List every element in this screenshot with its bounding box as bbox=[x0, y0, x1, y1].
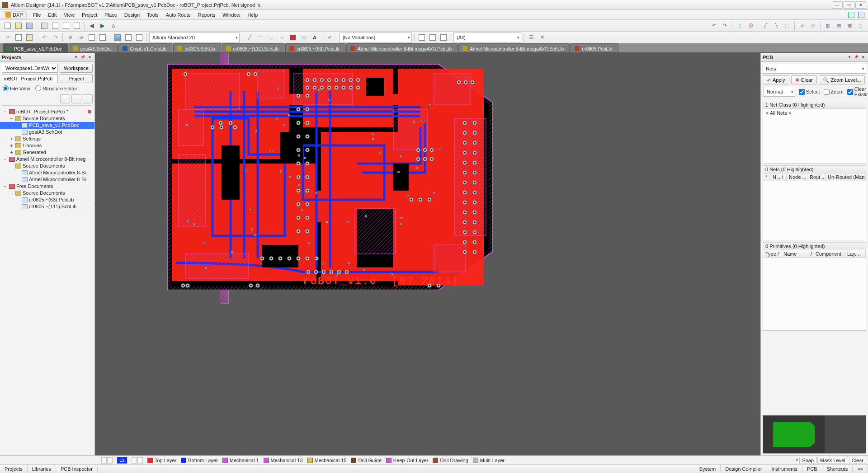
clear-pill[interactable]: Clear bbox=[849, 457, 866, 464]
tool-btn-a[interactable]: ▯ bbox=[735, 21, 745, 31]
pcb-panel-pin[interactable]: 📌 bbox=[853, 54, 859, 61]
layer-set-badge[interactable]: LS bbox=[117, 457, 127, 464]
mask-level-pill[interactable]: Mask Level bbox=[817, 457, 848, 464]
layer-tab[interactable]: Mechanical 1 bbox=[222, 458, 259, 463]
tree-btn-2[interactable] bbox=[71, 94, 81, 103]
minimize-button[interactable]: — bbox=[832, 1, 843, 9]
tree-node[interactable]: +Generated▫ bbox=[0, 149, 94, 156]
editor-tab[interactable]: cr0805.~(111).SchLib bbox=[222, 43, 285, 52]
zoom-level-button[interactable]: 🔍Zoom Level... bbox=[819, 75, 865, 84]
bottom-tab[interactable]: Libraries bbox=[28, 465, 56, 473]
tree-node[interactable]: −Source Documents▫ bbox=[0, 163, 94, 169]
snap-pill[interactable]: Snap bbox=[799, 457, 816, 464]
undo2-button[interactable]: ↶ bbox=[39, 33, 49, 42]
tool-btn-e[interactable]: ⬚ bbox=[782, 21, 792, 31]
structure-editor-radio[interactable]: Structure Editor bbox=[35, 85, 77, 91]
tool-btn-g[interactable]: ◇ bbox=[808, 21, 818, 31]
open-button[interactable] bbox=[14, 21, 24, 31]
redo2-button[interactable]: ↷ bbox=[50, 33, 60, 42]
clear-mask-btn[interactable]: ✕ bbox=[537, 33, 547, 42]
bottom-tab[interactable]: Design Compiler bbox=[721, 465, 767, 473]
drc-button[interactable]: ✔ bbox=[325, 33, 335, 42]
layer-tab[interactable]: Keep-Out Layer bbox=[386, 458, 429, 463]
bottom-tab[interactable]: Projects bbox=[0, 465, 28, 473]
nav-home-button[interactable]: ⌂ bbox=[108, 21, 118, 31]
layer-tab[interactable]: Multi-Layer bbox=[473, 458, 505, 463]
tool-btn-h[interactable]: ▥ bbox=[823, 21, 833, 31]
menu-help[interactable]: Help bbox=[244, 11, 261, 19]
tree-node[interactable]: −roBOT_Project.PrjPcb * bbox=[0, 108, 94, 115]
place-arc2-button[interactable]: ◡ bbox=[266, 33, 276, 42]
bottom-tab[interactable]: >> bbox=[853, 465, 868, 473]
zoom-out-button[interactable]: ⊖ bbox=[76, 33, 86, 42]
tree-node[interactable]: cr0805.~(63).PcbLib▫ bbox=[0, 197, 94, 203]
mask-btn[interactable]: ☰ bbox=[526, 33, 536, 42]
bottom-tab[interactable]: PCB Inspector bbox=[56, 465, 98, 473]
tree-node[interactable]: +Libraries▫ bbox=[0, 142, 94, 149]
apply-button[interactable]: ✔Apply bbox=[763, 75, 789, 84]
normal-select[interactable]: Normal bbox=[764, 87, 795, 97]
tree-node[interactable]: −Free Documents▫ bbox=[0, 183, 94, 190]
editor-tab[interactable]: Atmel Microcontroller 8-Bit megaAVR.SchL… bbox=[458, 43, 570, 52]
tool2-a[interactable] bbox=[417, 33, 427, 42]
tb2-extra[interactable] bbox=[98, 33, 108, 42]
place-line-button[interactable]: ╱ bbox=[245, 33, 255, 42]
menu-reports[interactable]: Reports bbox=[194, 11, 219, 19]
zoom-area-button[interactable] bbox=[61, 21, 71, 31]
layer-tab[interactable]: Top Layer bbox=[147, 458, 176, 463]
select-checkbox[interactable]: Select bbox=[799, 89, 820, 95]
panel-close[interactable]: ✕ bbox=[86, 54, 93, 61]
tool-btn-k[interactable]: □ bbox=[855, 21, 865, 31]
tool-btn-c[interactable]: ╱ bbox=[760, 21, 770, 31]
layer-tab[interactable]: Mechanical 13 bbox=[264, 458, 303, 463]
tool-btn-b[interactable]: ⦿ bbox=[745, 21, 755, 31]
layer-tab[interactable]: Drill Guide bbox=[351, 458, 381, 463]
primitives-list[interactable]: 0 Primitives (0 Highlighted) Type /Name/… bbox=[763, 242, 866, 331]
tree-node[interactable]: +Settings▫ bbox=[0, 136, 94, 142]
snap-button[interactable] bbox=[123, 33, 133, 42]
save-button[interactable] bbox=[24, 21, 34, 31]
cut-button[interactable]: ✂ bbox=[3, 33, 13, 42]
dxp-menu[interactable]: DXP bbox=[2, 11, 27, 19]
tree-btn-3[interactable] bbox=[83, 94, 93, 103]
tree-node[interactable]: gostA3.SchDot▫ bbox=[0, 129, 94, 136]
zoom-in-button[interactable]: ⊕ bbox=[65, 33, 75, 42]
menu-window[interactable]: Window bbox=[219, 11, 244, 19]
variation-select[interactable]: [No Variations] bbox=[340, 33, 412, 42]
workspace-select[interactable]: Workspace1.DsnWrk bbox=[2, 64, 58, 73]
pcb-panel-dropdown[interactable]: ▾ bbox=[846, 54, 853, 61]
editor-tab[interactable]: CmpLib1.CmpLib bbox=[118, 43, 172, 52]
menu-edit[interactable]: Edit bbox=[44, 11, 60, 19]
panel-dropdown[interactable]: ▾ bbox=[73, 54, 79, 61]
tool-btn-i[interactable]: ▤ bbox=[834, 21, 844, 31]
tree-node[interactable]: cr0805.~(111).SchLib▫ bbox=[0, 203, 94, 210]
nav-fwd-button[interactable]: ▶ bbox=[98, 21, 108, 31]
tool2-c[interactable] bbox=[439, 33, 448, 42]
bottom-tab[interactable]: Shortcuts bbox=[822, 465, 853, 473]
pcb-panel-close[interactable]: ✕ bbox=[860, 54, 866, 61]
place-text-button[interactable]: A bbox=[310, 33, 320, 42]
project-input[interactable] bbox=[2, 74, 58, 83]
fit-button[interactable] bbox=[87, 33, 97, 42]
menu-view[interactable]: View bbox=[60, 11, 78, 19]
layer-tab[interactable]: Bottom Layer bbox=[181, 458, 217, 463]
place-circ-button[interactable]: ○ bbox=[277, 33, 287, 42]
layers-button[interactable] bbox=[113, 33, 123, 42]
bottom-tab[interactable]: PCB bbox=[802, 465, 822, 473]
tree-btn-1[interactable] bbox=[60, 94, 70, 103]
place-region-button[interactable]: ▭ bbox=[299, 33, 309, 42]
net-class-list[interactable]: 1 Net Class (0 Highlighted) < All Nets > bbox=[763, 101, 866, 164]
layer-seek[interactable] bbox=[101, 457, 113, 464]
layer-tab[interactable]: Drill Drawing bbox=[433, 458, 468, 463]
print-button[interactable] bbox=[39, 21, 49, 31]
editor-tab[interactable]: PCB_save_v1.PcbDoc bbox=[3, 43, 68, 52]
grid-button[interactable] bbox=[134, 33, 144, 42]
copy-button[interactable] bbox=[14, 33, 24, 42]
undo-button[interactable]: ↶ bbox=[709, 21, 719, 31]
menu-file[interactable]: File bbox=[29, 11, 45, 19]
bottom-tab[interactable]: System bbox=[695, 465, 721, 473]
filter-select[interactable]: (All) bbox=[453, 33, 521, 42]
tree-node[interactable]: PCB_save_v1.PcbDoc bbox=[0, 122, 94, 129]
menu-tools[interactable]: Tools bbox=[143, 11, 162, 19]
pcb-editor[interactable]: roBOT_v1.0 [07.2014] bbox=[95, 53, 760, 455]
